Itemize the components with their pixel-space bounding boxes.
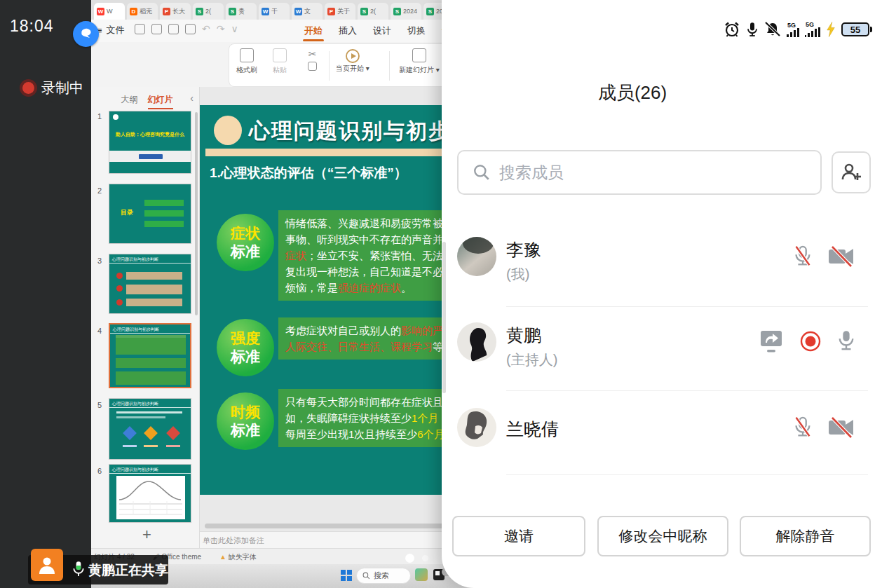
taskbar-search[interactable]: 搜索 bbox=[356, 568, 411, 584]
symptom-criteria-badge: 症状标准 bbox=[217, 214, 274, 271]
battery-icon: 55 bbox=[841, 22, 869, 36]
paste-button[interactable]: 粘贴 bbox=[273, 48, 287, 75]
ribbon-tab-insert[interactable]: 插入 bbox=[336, 22, 360, 41]
format-painter-icon bbox=[240, 48, 254, 62]
recording-dot-icon bbox=[22, 82, 34, 94]
rename-button[interactable]: 修改会中昵称 bbox=[597, 516, 728, 556]
mic-muted-icon bbox=[791, 415, 815, 440]
play-circle-icon bbox=[345, 48, 360, 64]
member-row[interactable]: 兰晓倩 bbox=[442, 406, 882, 465]
person-icon bbox=[36, 554, 57, 575]
undo-icon[interactable]: ↶ bbox=[202, 23, 210, 34]
bell-curve-chart bbox=[116, 476, 185, 519]
new-slide-button[interactable]: 新建幻灯片 ▾ bbox=[399, 48, 440, 75]
quick-access-toolbar: ↶ ↷ ∨ bbox=[135, 23, 238, 34]
mic-on-icon bbox=[837, 329, 855, 353]
unmute-button[interactable]: 解除静音 bbox=[740, 516, 871, 556]
slide-thumbnail-6[interactable]: 心理问题识别与初步判断 bbox=[109, 464, 191, 523]
sim1-signal-icon: 5G bbox=[787, 22, 799, 37]
school-logo-icon bbox=[113, 114, 118, 120]
print-icon[interactable] bbox=[168, 24, 179, 34]
recording-icon bbox=[799, 330, 822, 353]
recording-label: 录制中 bbox=[41, 78, 83, 97]
slide-thumbnail-5[interactable]: 心理问题识别与初步判断 bbox=[109, 398, 191, 460]
microphone-status-icon bbox=[746, 21, 759, 38]
file-tab[interactable]: W干 bbox=[259, 3, 290, 20]
add-person-icon bbox=[840, 161, 862, 184]
collapse-panel-icon[interactable]: ‹ bbox=[190, 93, 194, 104]
sim2-signal-icon: 5G bbox=[805, 22, 820, 37]
members-panel: 5G 5G 55 成员(26) 李豫 (我) bbox=[442, 0, 882, 588]
invite-button[interactable]: 邀请 bbox=[452, 516, 585, 556]
sketch-portrait bbox=[457, 408, 496, 447]
file-tab[interactable]: S2024 bbox=[391, 3, 421, 20]
search-icon bbox=[473, 163, 491, 182]
charging-bolt-icon bbox=[826, 22, 836, 37]
sheet-file-icon: S bbox=[360, 8, 368, 15]
frequency-criteria-badge: 时频标准 bbox=[217, 392, 274, 450]
share-icon[interactable] bbox=[185, 24, 196, 34]
meeting-app-icon[interactable] bbox=[73, 21, 99, 47]
file-tab[interactable]: S贵 bbox=[226, 3, 257, 20]
thumbnail-scrollbar[interactable] bbox=[195, 112, 198, 315]
save-icon[interactable] bbox=[135, 24, 145, 34]
members-panel-title: 成员(26) bbox=[442, 81, 882, 105]
sharing-label: 黄鹏正在共享 bbox=[88, 561, 168, 580]
sheet-file-icon: S bbox=[229, 8, 236, 15]
doc-file-icon: W bbox=[294, 8, 302, 15]
ribbon-tab-home[interactable]: 开始 bbox=[301, 22, 325, 41]
screen: 18:04 录制中 WW D稻壳 P长大 S2( S贵 W干 W文 P关于 S2… bbox=[0, 0, 882, 588]
sheet-file-icon: S bbox=[196, 8, 203, 15]
missing-font-warning[interactable]: ▲ 缺失字体 bbox=[219, 552, 257, 562]
cut-copy-buttons[interactable]: ✂ bbox=[308, 48, 317, 74]
camera-off-icon bbox=[827, 416, 855, 439]
member-search-box bbox=[457, 150, 822, 195]
alarm-clock-icon bbox=[724, 21, 740, 38]
chevron-down-icon[interactable]: ∨ bbox=[231, 23, 238, 34]
recording-indicator: 录制中 bbox=[22, 78, 83, 97]
warning-icon: ▲ bbox=[219, 553, 226, 561]
ribbon-tab-transition[interactable]: 切换 bbox=[405, 22, 428, 41]
file-tab[interactable]: S2( bbox=[193, 3, 224, 20]
mic-muted-icon bbox=[791, 244, 815, 269]
tab-outline[interactable]: 大纲 bbox=[121, 94, 138, 109]
member-row[interactable]: 黄鹏 (主持人) bbox=[442, 321, 882, 380]
file-tab[interactable]: D稻壳 bbox=[127, 3, 158, 20]
avatar bbox=[457, 322, 496, 362]
page-indicator-dot bbox=[422, 555, 428, 561]
sheet-file-icon: S bbox=[393, 8, 401, 15]
export-icon[interactable] bbox=[151, 24, 162, 34]
ppt-file-icon: P bbox=[327, 8, 335, 15]
slide-thumbnail-4-selected[interactable]: 心理问题识别与初步判断 bbox=[109, 323, 191, 388]
scissors-icon: ✂ bbox=[308, 48, 317, 60]
copy-icon bbox=[308, 62, 317, 71]
add-member-button[interactable] bbox=[832, 151, 871, 193]
slide-subtitle: 1.心理状态的评估（“三个标准”） bbox=[210, 164, 407, 182]
wps-file-icon: W bbox=[97, 8, 104, 15]
redo-icon[interactable]: ↷ bbox=[217, 23, 225, 34]
file-tab[interactable]: S2( bbox=[358, 3, 388, 20]
play-from-current-button[interactable]: 当页开始 ▾ bbox=[336, 48, 369, 74]
slide-thumbnail-2[interactable]: 目录 bbox=[109, 184, 191, 244]
file-tab[interactable]: WW bbox=[94, 3, 125, 20]
taskbar-app-icon[interactable] bbox=[415, 568, 428, 581]
member-row[interactable]: 李豫 (我) bbox=[442, 235, 882, 294]
slide-thumbnail-1[interactable]: 助人自助：心理咨询究竟是什么 bbox=[109, 111, 191, 174]
slide-thumbnail-3[interactable]: 心理问题识别与初步判断 bbox=[109, 254, 191, 314]
search-input[interactable] bbox=[499, 163, 780, 182]
camera-off-icon bbox=[827, 245, 855, 268]
phone-status-icons: 5G 5G 55 bbox=[724, 21, 869, 38]
file-tab[interactable]: W文 bbox=[292, 3, 323, 20]
slide-title-circle bbox=[214, 116, 242, 145]
docer-file-icon: D bbox=[130, 8, 137, 15]
tab-slides[interactable]: 幻灯片 bbox=[148, 94, 173, 109]
file-menu-button[interactable]: ≡文件 bbox=[97, 24, 125, 36]
screen-sharing-icon bbox=[759, 329, 784, 353]
ribbon-tab-design[interactable]: 设计 bbox=[370, 22, 394, 41]
add-slide-button[interactable]: + bbox=[95, 526, 199, 544]
format-painter-button[interactable]: 格式刷 bbox=[236, 48, 257, 75]
file-tab[interactable]: P关于 bbox=[325, 3, 355, 20]
active-mic-icon bbox=[72, 560, 86, 581]
file-tab[interactable]: P长大 bbox=[160, 3, 191, 20]
windows-start-icon[interactable] bbox=[341, 570, 352, 581]
